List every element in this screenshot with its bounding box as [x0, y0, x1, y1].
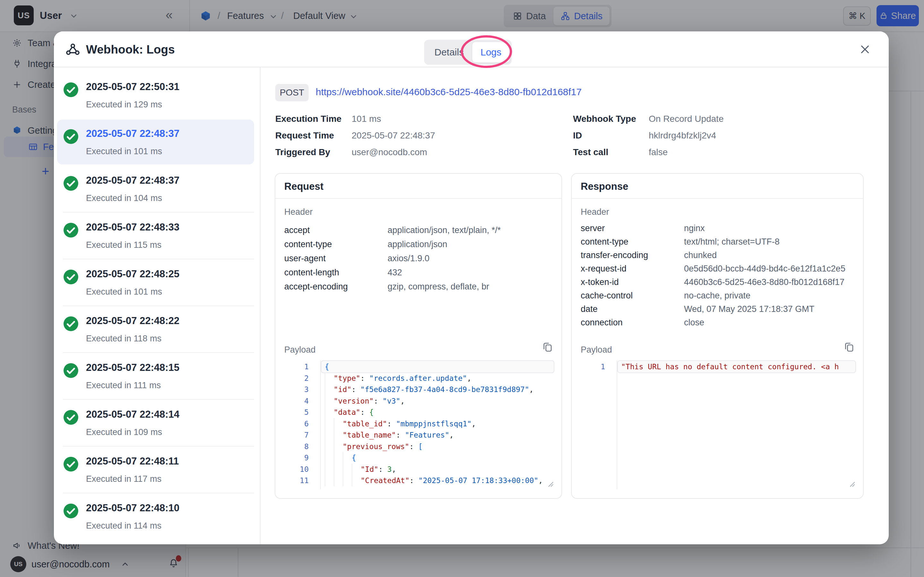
modal-title: Webhook: Logs — [86, 43, 175, 56]
success-check-icon — [63, 82, 79, 98]
webhook-icon — [65, 42, 80, 57]
log-timestamp: 2025-05-07 22:48:33 — [86, 221, 179, 233]
success-check-icon — [63, 409, 79, 425]
log-entry[interactable]: 2025-05-07 22:48:15Executed in 111 ms — [54, 353, 259, 400]
header-section-label: Header — [581, 207, 609, 217]
code-content: "CreatedAt": "2025-05-07 17:18:33+00:00"… — [325, 475, 543, 486]
line-number: 11 — [282, 475, 309, 486]
close-icon[interactable] — [859, 44, 871, 55]
code-line: 10"Id": 3, — [282, 464, 555, 475]
webhook-url-link[interactable]: https://webhook.site/4460b3c6-5d25-46e3-… — [316, 87, 582, 97]
code-token: "2025-05-07 17:18:33+00:00" — [418, 476, 538, 485]
log-entry[interactable]: 2025-05-07 22:48:11Executed in 117 ms — [54, 446, 259, 493]
log-entry[interactable]: 2025-05-07 22:48:37Executed in 101 ms — [54, 119, 259, 166]
resize-handle[interactable] — [847, 479, 856, 488]
code-content: "This URL has no default content configu… — [621, 361, 839, 372]
log-duration: Executed in 129 ms — [86, 100, 162, 110]
header-value: close — [684, 318, 704, 327]
success-check-icon — [63, 175, 79, 191]
line-number: 9 — [282, 452, 309, 464]
divider — [572, 198, 863, 199]
log-duration: Executed in 101 ms — [86, 287, 162, 297]
header-key: transfer-encoding — [581, 250, 684, 260]
header-value: 432 — [388, 268, 402, 277]
log-duration: Executed in 115 ms — [86, 240, 162, 250]
response-payload-editor[interactable]: 1"This URL has no default content config… — [578, 360, 857, 489]
meta-label: Request Time — [275, 131, 334, 141]
header-key: cache-control — [581, 291, 684, 301]
meta-label: Triggered By — [275, 147, 330, 157]
success-check-icon — [63, 503, 79, 519]
code-token: { — [325, 363, 329, 371]
code-content: "version": "v3", — [325, 395, 405, 407]
line-number: 6 — [282, 418, 309, 430]
header-key: connection — [581, 318, 684, 327]
header-value: 4460b3c6-5d25-46e3-8d80-fb012d168f17 — [684, 277, 845, 287]
header-value: 0e5d56d0-bccb-44d9-bd4c-6e12f1a1c2e5 — [684, 264, 845, 274]
code-token: "data" — [334, 408, 360, 416]
code-line: 5"data": { — [282, 406, 555, 418]
indent-guide — [325, 464, 334, 475]
copy-icon[interactable] — [843, 341, 855, 353]
line-number: 4 — [282, 395, 309, 407]
code-token: { — [369, 408, 374, 416]
indent-guide — [325, 441, 334, 452]
success-check-icon — [63, 222, 79, 238]
line-number: 8 — [282, 441, 309, 452]
indent-guide — [325, 418, 334, 430]
header-value: no-cache, private — [684, 291, 750, 301]
indent-guide — [334, 475, 342, 486]
tab-logs[interactable]: Logs — [472, 42, 510, 63]
indent-guide — [334, 429, 342, 441]
log-detail-panel: POST https://webhook.site/4460b3c6-5d25-… — [260, 67, 889, 544]
log-entry[interactable]: 2025-05-07 22:48:37Executed in 104 ms — [54, 166, 259, 213]
code-token: "version" — [334, 397, 374, 405]
log-entry[interactable]: 2025-05-07 22:48:22Executed in 118 ms — [54, 306, 259, 353]
code-line: 7"table_name": "Features", — [282, 429, 555, 441]
meta-label: ID — [573, 131, 582, 141]
code-line: 1{ — [282, 361, 555, 372]
code-token: "mbmppjnstflsqq1" — [396, 420, 471, 428]
header-key: x-token-id — [581, 277, 684, 287]
indent-guide — [342, 464, 352, 475]
log-entry[interactable]: 2025-05-07 22:50:31Executed in 129 ms — [54, 72, 259, 119]
indent-guide — [334, 441, 342, 452]
line-number: 1 — [578, 361, 605, 372]
header-key: user-agent — [284, 253, 388, 263]
log-entry[interactable]: 2025-05-07 22:48:14Executed in 109 ms — [54, 400, 259, 446]
request-payload-editor[interactable]: 1{2"type": "records.after.update",3"id":… — [282, 360, 555, 489]
log-entry[interactable]: 2025-05-07 22:48:33Executed in 115 ms — [54, 213, 259, 259]
log-entry[interactable]: 2025-05-07 22:48:10Executed in 114 ms — [54, 493, 259, 540]
code-token: : — [351, 385, 360, 394]
copy-icon[interactable] — [541, 341, 553, 353]
log-duration: Executed in 104 ms — [86, 193, 162, 203]
header-section-label: Header — [284, 207, 313, 217]
header-value: axios/1.9.0 — [388, 253, 430, 263]
code-token: : — [409, 442, 418, 451]
code-token: "table_id" — [342, 420, 387, 428]
code-token: , — [401, 397, 405, 405]
payload-section-label: Payload — [581, 345, 612, 355]
log-entry[interactable]: 2025-05-07 22:48:25Executed in 101 ms — [54, 259, 259, 306]
meta-value: hklrdrg4bfzklj2v4 — [649, 131, 716, 141]
tab-details[interactable]: Details — [426, 42, 472, 63]
code-content: "Id": 3, — [325, 464, 396, 475]
header-key: content-type — [284, 239, 388, 250]
code-line: 11"CreatedAt": "2025-05-07 17:18:33+00:0… — [282, 475, 555, 486]
log-timestamp: 2025-05-07 22:48:11 — [86, 456, 179, 467]
code-token: 3 — [387, 465, 392, 474]
header-value: nginx — [684, 223, 705, 234]
code-token: "f5e6a827-fb37-4a04-8cd9-be7831f9d897" — [360, 385, 529, 394]
code-content: "previous_rows": [ — [325, 441, 423, 452]
code-content: "data": { — [325, 406, 374, 418]
code-line: 1"This URL has no default content config… — [578, 361, 857, 372]
request-card-title: Request — [284, 181, 323, 192]
code-token: : — [396, 431, 405, 439]
code-line: 4"version": "v3", — [282, 395, 555, 407]
log-duration: Executed in 118 ms — [86, 334, 162, 343]
header-row: x-token-id4460b3c6-5d25-46e3-8d80-fb012d… — [581, 276, 857, 288]
header-value: Wed, 07 May 2025 17:18:37 GMT — [684, 304, 814, 314]
line-number: 3 — [282, 384, 309, 395]
header-row: cache-controlno-cache, private — [581, 289, 857, 302]
log-timestamp: 2025-05-07 22:48:15 — [86, 362, 179, 374]
